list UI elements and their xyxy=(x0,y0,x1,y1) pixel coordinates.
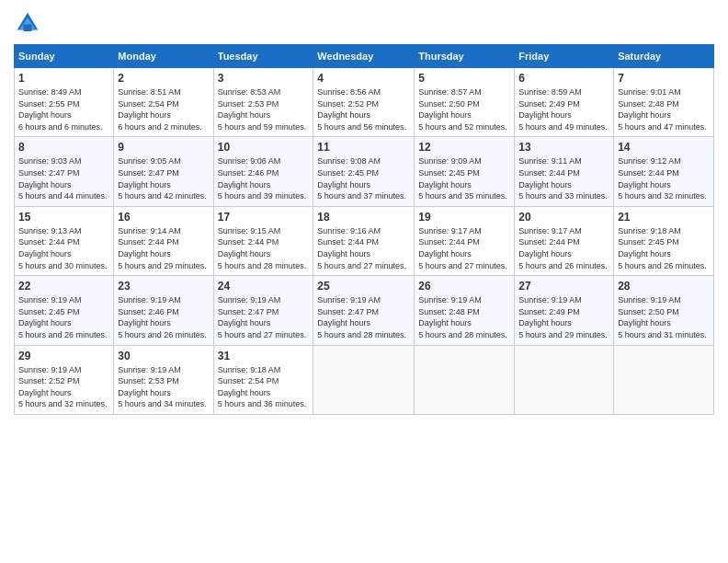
calendar-cell: 24 Sunrise: 9:19 AM Sunset: 2:47 PM Dayl… xyxy=(213,276,313,345)
day-info: Sunrise: 9:11 AM Sunset: 2:44 PM Dayligh… xyxy=(518,155,609,201)
day-number: 27 xyxy=(518,280,609,293)
day-info: Sunrise: 9:19 AM Sunset: 2:53 PM Dayligh… xyxy=(118,364,209,410)
day-info: Sunrise: 8:51 AM Sunset: 2:54 PM Dayligh… xyxy=(118,86,209,132)
day-info: Sunrise: 9:19 AM Sunset: 2:49 PM Dayligh… xyxy=(518,294,609,340)
weekday-header: Saturday xyxy=(614,45,714,68)
calendar-cell: 22 Sunrise: 9:19 AM Sunset: 2:45 PM Dayl… xyxy=(15,276,114,345)
day-number: 22 xyxy=(18,280,109,293)
day-info: Sunrise: 9:13 AM Sunset: 2:44 PM Dayligh… xyxy=(18,225,109,271)
calendar-cell: 14 Sunrise: 9:12 AM Sunset: 2:44 PM Dayl… xyxy=(614,137,714,206)
day-info: Sunrise: 9:19 AM Sunset: 2:52 PM Dayligh… xyxy=(18,364,109,410)
weekday-header: Wednesday xyxy=(313,45,415,68)
day-info: Sunrise: 9:05 AM Sunset: 2:47 PM Dayligh… xyxy=(118,155,209,201)
day-number: 18 xyxy=(317,211,410,224)
calendar-cell: 17 Sunrise: 9:15 AM Sunset: 2:44 PM Dayl… xyxy=(213,206,313,275)
calendar-cell: 4 Sunrise: 8:56 AM Sunset: 2:52 PM Dayli… xyxy=(313,68,415,137)
day-number: 12 xyxy=(418,141,510,154)
calendar-cell: 3 Sunrise: 8:53 AM Sunset: 2:53 PM Dayli… xyxy=(213,68,313,137)
calendar-cell: 18 Sunrise: 9:16 AM Sunset: 2:44 PM Dayl… xyxy=(313,206,415,275)
day-number: 24 xyxy=(218,280,310,293)
calendar-cell: 21 Sunrise: 9:18 AM Sunset: 2:45 PM Dayl… xyxy=(614,206,714,275)
svg-rect-2 xyxy=(24,25,32,32)
calendar-week-row: 1 Sunrise: 8:49 AM Sunset: 2:55 PM Dayli… xyxy=(15,68,714,137)
calendar-cell: 6 Sunrise: 8:59 AM Sunset: 2:49 PM Dayli… xyxy=(515,68,614,137)
day-number: 6 xyxy=(518,72,609,85)
day-info: Sunrise: 9:16 AM Sunset: 2:44 PM Dayligh… xyxy=(317,225,410,271)
calendar-cell: 30 Sunrise: 9:19 AM Sunset: 2:53 PM Dayl… xyxy=(114,345,213,414)
calendar-cell: 9 Sunrise: 9:05 AM Sunset: 2:47 PM Dayli… xyxy=(114,137,213,206)
day-info: Sunrise: 9:18 AM Sunset: 2:54 PM Dayligh… xyxy=(218,364,310,410)
calendar-cell: 11 Sunrise: 9:08 AM Sunset: 2:45 PM Dayl… xyxy=(313,137,415,206)
day-info: Sunrise: 8:56 AM Sunset: 2:52 PM Dayligh… xyxy=(317,86,410,132)
calendar-cell xyxy=(515,345,614,414)
day-number: 1 xyxy=(18,72,109,85)
calendar-cell: 12 Sunrise: 9:09 AM Sunset: 2:45 PM Dayl… xyxy=(415,137,515,206)
day-number: 8 xyxy=(18,141,109,154)
weekday-header: Friday xyxy=(515,45,614,68)
calendar-cell xyxy=(415,345,515,414)
day-number: 13 xyxy=(518,141,609,154)
calendar-cell: 10 Sunrise: 9:06 AM Sunset: 2:46 PM Dayl… xyxy=(213,137,313,206)
day-info: Sunrise: 9:18 AM Sunset: 2:45 PM Dayligh… xyxy=(618,225,710,271)
day-number: 26 xyxy=(418,280,510,293)
calendar-cell: 28 Sunrise: 9:19 AM Sunset: 2:50 PM Dayl… xyxy=(614,276,714,345)
calendar-cell: 15 Sunrise: 9:13 AM Sunset: 2:44 PM Dayl… xyxy=(15,206,114,275)
day-info: Sunrise: 9:03 AM Sunset: 2:47 PM Dayligh… xyxy=(18,155,109,201)
day-number: 2 xyxy=(118,72,209,85)
logo-icon xyxy=(14,9,41,37)
calendar-cell: 20 Sunrise: 9:17 AM Sunset: 2:44 PM Dayl… xyxy=(515,206,614,275)
calendar-cell: 26 Sunrise: 9:19 AM Sunset: 2:48 PM Dayl… xyxy=(415,276,515,345)
day-number: 4 xyxy=(317,72,410,85)
calendar-cell: 13 Sunrise: 9:11 AM Sunset: 2:44 PM Dayl… xyxy=(515,137,614,206)
day-info: Sunrise: 9:14 AM Sunset: 2:44 PM Dayligh… xyxy=(118,225,209,271)
calendar-cell: 16 Sunrise: 9:14 AM Sunset: 2:44 PM Dayl… xyxy=(114,206,213,275)
page-header xyxy=(14,9,714,37)
calendar-cell xyxy=(313,345,415,414)
day-info: Sunrise: 9:19 AM Sunset: 2:50 PM Dayligh… xyxy=(618,294,710,340)
weekday-header: Thursday xyxy=(415,45,515,68)
day-number: 11 xyxy=(317,141,410,154)
day-info: Sunrise: 9:19 AM Sunset: 2:47 PM Dayligh… xyxy=(218,294,310,340)
weekday-header: Tuesday xyxy=(213,45,313,68)
day-number: 7 xyxy=(618,72,710,85)
day-info: Sunrise: 8:59 AM Sunset: 2:49 PM Dayligh… xyxy=(518,86,609,132)
day-info: Sunrise: 9:19 AM Sunset: 2:48 PM Dayligh… xyxy=(418,294,510,340)
day-info: Sunrise: 9:19 AM Sunset: 2:45 PM Dayligh… xyxy=(18,294,109,340)
page-container: SundayMondayTuesdayWednesdayThursdayFrid… xyxy=(0,0,728,424)
day-info: Sunrise: 9:08 AM Sunset: 2:45 PM Dayligh… xyxy=(317,155,410,201)
logo xyxy=(14,9,45,37)
day-number: 29 xyxy=(18,350,109,362)
day-number: 25 xyxy=(317,280,410,293)
weekday-header: Sunday xyxy=(15,45,114,68)
calendar-week-row: 22 Sunrise: 9:19 AM Sunset: 2:45 PM Dayl… xyxy=(15,276,714,345)
calendar-cell: 25 Sunrise: 9:19 AM Sunset: 2:47 PM Dayl… xyxy=(313,276,415,345)
calendar-cell: 5 Sunrise: 8:57 AM Sunset: 2:50 PM Dayli… xyxy=(415,68,515,137)
day-info: Sunrise: 9:01 AM Sunset: 2:48 PM Dayligh… xyxy=(618,86,710,132)
day-number: 23 xyxy=(118,280,209,293)
day-number: 21 xyxy=(618,211,710,224)
calendar-table: SundayMondayTuesdayWednesdayThursdayFrid… xyxy=(14,44,714,415)
calendar-week-row: 8 Sunrise: 9:03 AM Sunset: 2:47 PM Dayli… xyxy=(15,137,714,206)
calendar-header-row: SundayMondayTuesdayWednesdayThursdayFrid… xyxy=(15,45,714,68)
calendar-cell: 8 Sunrise: 9:03 AM Sunset: 2:47 PM Dayli… xyxy=(15,137,114,206)
calendar-cell: 31 Sunrise: 9:18 AM Sunset: 2:54 PM Dayl… xyxy=(213,345,313,414)
day-info: Sunrise: 9:12 AM Sunset: 2:44 PM Dayligh… xyxy=(618,155,710,201)
day-number: 5 xyxy=(418,72,510,85)
calendar-cell: 1 Sunrise: 8:49 AM Sunset: 2:55 PM Dayli… xyxy=(15,68,114,137)
calendar-cell: 2 Sunrise: 8:51 AM Sunset: 2:54 PM Dayli… xyxy=(114,68,213,137)
day-info: Sunrise: 8:49 AM Sunset: 2:55 PM Dayligh… xyxy=(18,86,109,132)
calendar-week-row: 29 Sunrise: 9:19 AM Sunset: 2:52 PM Dayl… xyxy=(15,345,714,414)
day-number: 19 xyxy=(418,211,510,224)
calendar-cell: 19 Sunrise: 9:17 AM Sunset: 2:44 PM Dayl… xyxy=(415,206,515,275)
day-info: Sunrise: 8:57 AM Sunset: 2:50 PM Dayligh… xyxy=(418,86,510,132)
calendar-cell: 29 Sunrise: 9:19 AM Sunset: 2:52 PM Dayl… xyxy=(15,345,114,414)
calendar-cell: 23 Sunrise: 9:19 AM Sunset: 2:46 PM Dayl… xyxy=(114,276,213,345)
calendar-cell: 27 Sunrise: 9:19 AM Sunset: 2:49 PM Dayl… xyxy=(515,276,614,345)
calendar-cell: 7 Sunrise: 9:01 AM Sunset: 2:48 PM Dayli… xyxy=(614,68,714,137)
day-number: 17 xyxy=(218,211,310,224)
day-number: 20 xyxy=(518,211,609,224)
day-number: 28 xyxy=(618,280,710,293)
day-number: 30 xyxy=(118,350,209,362)
calendar-cell xyxy=(614,345,714,414)
day-number: 31 xyxy=(218,350,310,362)
